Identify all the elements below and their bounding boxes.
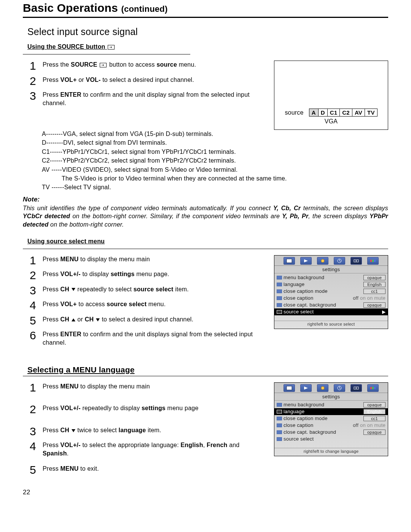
figure-col-src: source A D C1 C2 AV TV VGA [274,61,388,130]
note-label: Note: [23,196,388,203]
osd-item: languageEnglish [274,281,388,288]
item-icon [277,437,282,441]
page-title: Basic Operations (continued) [23,0,388,18]
osd-tab [300,384,312,392]
item-label: menu background [284,402,324,407]
svg-rect-17 [370,387,372,389]
item-label: close caption [284,295,313,301]
svg-rect-9 [372,260,374,262]
svg-rect-10 [374,260,376,262]
list-item: 6Press ENTER to confirm and the unit dis… [30,330,266,347]
src-cell-C1: C1 [328,109,340,116]
source-row: source A D C1 C2 AV TV [274,109,388,117]
item-label: close caption mode [284,288,328,294]
def-TV: TV ------Select TV signal. [42,183,388,192]
rule-2 [23,249,388,249]
title-continued: (continued) [121,4,168,14]
item-value-off: off [353,422,358,428]
svg-point-7 [356,260,357,261]
section-heading-2: Selecting a MENU language [27,365,388,374]
sub-heading-b: Using source select menu [27,238,105,245]
item-label: close capt. background [284,429,336,435]
chevron-down-icon [72,429,75,432]
sub-a-wrap: Using the SOURCE button [23,41,388,53]
src-cell-C2: C2 [340,109,352,116]
osd-item: close capt. backgroundopaque [274,429,388,436]
def-C2: C2------YPbPr2/YCbCr2, select signal fro… [42,157,388,165]
step-a-2: 2 Press VOL+ or VOL- to select a desired… [30,76,266,84]
svg-marker-3 [304,259,308,262]
source-cells: A D C1 C2 AV TV [309,109,378,117]
osd-item: menu backgroundopaque [274,274,388,281]
arrow-right-icon: ▶ [382,309,386,315]
item-value-gray: on on mute [360,295,386,301]
section-heading-1: Select input source signal [27,26,388,37]
chevron-up-icon [72,318,75,321]
list-item: 4Press VOL+/- to select the appropriate … [30,441,266,457]
item-icon [277,310,282,314]
steps-a-list: 1 Press the SOURCE button to access sour… [30,61,266,107]
item-label: menu background [284,275,324,280]
def-C1: C1------YPbPr1/YCbCr1, select signal fro… [42,148,388,156]
columns-a: 1 Press the SOURCE button to access sour… [23,61,388,130]
osd-tab [334,257,345,265]
osd-tab [317,384,328,392]
page-number: 22 [23,489,388,496]
item-label: source select [284,436,314,442]
steps-b-col: 1Press MENU to display the menu main2Pre… [23,255,266,354]
note-text: This unit identifies the type of compone… [23,204,388,229]
svg-rect-18 [372,387,374,389]
item-label: language [284,409,304,414]
list-item: 3Press CH repeatedly to select source se… [30,285,266,294]
figure-col-osd2: settingsmenu backgroundopaquelanguageEng… [274,382,388,456]
osd-tab [350,384,362,392]
list-item: 4Press VOL+ to access source select menu… [30,300,266,308]
src-cell-AV: AV [352,109,365,116]
rule-3 [23,376,388,376]
item-value: opaque [363,275,386,280]
osd-menu-1: settingsmenu backgroundopaquelanguageEng… [274,255,388,329]
item-value: English [363,409,386,414]
osd-item: close caption modecc1 [274,415,388,422]
osd-footer: right/left to change language [274,448,388,454]
def-AV-2: The S-Video is prior to Video terminal w… [62,174,388,183]
osd-items: menu backgroundopaquelanguageEnglishclos… [274,401,388,443]
list-item: 1Press MENU to display the menu main [30,382,266,391]
item-label: close caption mode [284,415,328,421]
step-a-3: 3 Press ENTER to confirm and the unit di… [30,91,266,107]
osd-items: menu backgroundopaquelanguageEnglishclos… [274,273,388,316]
item-value-off: off [353,295,358,301]
osd-item: source select [274,436,388,443]
item-value: opaque [363,302,386,308]
list-item: 5Press CH or CH to select a desired inpu… [30,315,266,324]
osd-tab [317,257,328,265]
chevron-down-icon [72,288,75,291]
steps-b-list: 1Press MENU to display the menu main2Pre… [30,255,266,347]
osd-tab [367,257,379,265]
item-value: cc1 [363,416,386,421]
rule-1 [23,54,190,54]
columns-c: 1Press MENU to display the menu main2Pre… [23,382,388,480]
osd-tab [367,384,379,392]
source-label: source [285,109,303,116]
osd-tab [284,257,295,265]
osd-item: source select▶ [274,308,388,315]
svg-rect-19 [374,387,376,389]
svg-point-4 [321,259,324,262]
definitions: A--------VGA, select signal from VGA (15… [42,130,388,192]
item-icon [277,423,282,427]
item-label: source select [284,309,314,315]
columns-b: 1Press MENU to display the menu main2Pre… [23,255,388,354]
item-icon [277,276,282,280]
osd-title: settings [274,393,388,401]
osd-footer: right/left to source select [274,321,388,327]
osd-tab [350,257,362,265]
list-item: 1Press MENU to display the menu main [30,255,266,264]
osd-item: close captionoffon on mute [274,295,388,302]
osd-menu-2: settingsmenu backgroundopaquelanguageEng… [274,382,388,456]
item-value: English [363,282,386,287]
list-item: 5Press MENU to exit. [30,465,266,473]
list-item: 2Press VOL+/- to display settings menu p… [30,270,266,278]
svg-rect-2 [287,259,292,263]
source-icon [108,45,115,50]
